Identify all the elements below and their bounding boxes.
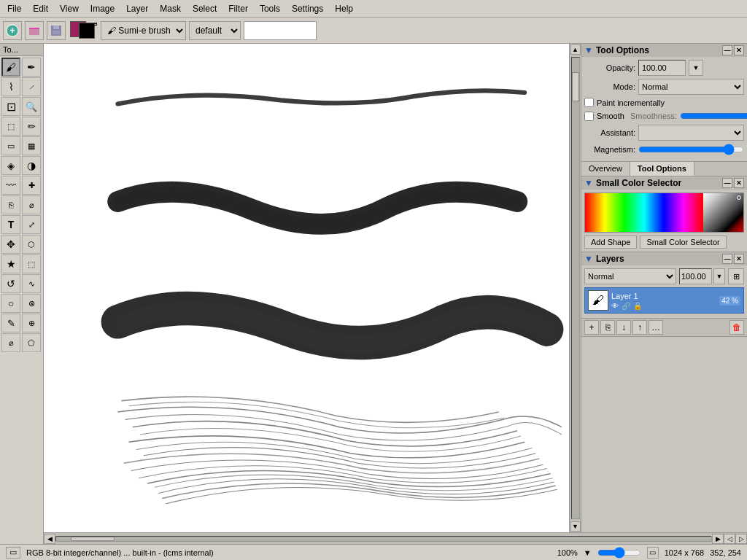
magnetism-slider[interactable] bbox=[638, 144, 744, 155]
heal-tool[interactable]: ✚ bbox=[22, 176, 41, 195]
warp-tool[interactable]: ∿ bbox=[22, 274, 41, 293]
rainbow-gradient[interactable] bbox=[585, 193, 703, 232]
clone-tool[interactable]: ⎘ bbox=[1, 195, 20, 214]
color-selector-close[interactable]: ✕ bbox=[734, 178, 744, 188]
paint-bucket-tool[interactable]: ◈ bbox=[1, 156, 20, 175]
foreground-select-tool[interactable]: ⊕ bbox=[22, 314, 41, 332]
menu-mask[interactable]: Mask bbox=[155, 2, 185, 15]
smooth-checkbox[interactable] bbox=[584, 112, 594, 121]
star-tool[interactable]: ★ bbox=[1, 254, 20, 273]
paint-brush-tool[interactable]: 🖌 bbox=[1, 58, 20, 77]
more-options-button[interactable]: … bbox=[649, 320, 663, 335]
vscroll-track[interactable] bbox=[571, 57, 580, 519]
dark-gradient[interactable] bbox=[703, 193, 743, 232]
rotate-tool[interactable]: ↺ bbox=[1, 274, 20, 293]
move-layer-up-button[interactable]: ↑ bbox=[632, 320, 647, 335]
move-tool[interactable]: ✥ bbox=[1, 235, 20, 254]
layers-close[interactable]: ✕ bbox=[734, 254, 744, 264]
scroll-corner-v[interactable]: ▷ bbox=[735, 534, 747, 544]
vscroll-thumb[interactable] bbox=[572, 72, 579, 101]
text-tool[interactable]: T bbox=[1, 215, 20, 234]
zoom-slider[interactable] bbox=[597, 547, 641, 559]
menu-tools[interactable]: Tools bbox=[255, 2, 285, 15]
layers-header[interactable]: ▼ Layers — ✕ bbox=[581, 252, 747, 265]
vector-tool[interactable]: ⬡ bbox=[22, 235, 41, 254]
freehand-select-tool[interactable]: ⌇ bbox=[1, 77, 20, 96]
eraser-tool[interactable]: ▭ bbox=[1, 136, 20, 155]
menu-filter[interactable]: Filter bbox=[224, 2, 252, 15]
tab-tool-options[interactable]: Tool Options bbox=[630, 162, 694, 176]
gradient-tool[interactable]: ▦ bbox=[22, 136, 41, 155]
menu-layer[interactable]: Layer bbox=[122, 2, 152, 15]
menu-view[interactable]: View bbox=[55, 2, 83, 15]
assistant-select[interactable] bbox=[638, 125, 744, 141]
new-button[interactable]: + bbox=[3, 21, 22, 40]
scroll-down-button[interactable]: ▼ bbox=[570, 521, 581, 532]
measure-tool[interactable]: ⌀ bbox=[22, 195, 41, 214]
menu-edit[interactable]: Edit bbox=[28, 2, 53, 15]
menu-select[interactable]: Select bbox=[188, 2, 221, 15]
dodge-burn-tool[interactable]: ◑ bbox=[22, 156, 41, 175]
ellipse-tool[interactable]: ○ bbox=[1, 294, 20, 313]
tool-options-close[interactable]: ✕ bbox=[734, 45, 744, 55]
brush-select[interactable]: 🖌 Sumi-e brush Basic brush Ink brush bbox=[101, 21, 186, 40]
move-layer-down-button[interactable]: ↓ bbox=[616, 320, 631, 335]
toolbox-header[interactable]: To... bbox=[0, 44, 43, 56]
hscroll-track[interactable] bbox=[55, 536, 712, 542]
zoom-tool[interactable]: 🔍 bbox=[22, 97, 41, 116]
mode-select[interactable]: Normal Multiply Screen Overlay bbox=[638, 79, 744, 95]
color-picker-tool[interactable]: ⬚ bbox=[1, 117, 20, 136]
calligraphy-tool[interactable]: ✒ bbox=[22, 58, 41, 77]
pencil-tool[interactable]: ✏ bbox=[22, 117, 41, 136]
tab-overview[interactable]: Overview bbox=[581, 162, 630, 176]
color-selector-header[interactable]: ▼ Small Color Selector — ✕ bbox=[581, 176, 747, 190]
color-selector-pin[interactable]: — bbox=[722, 178, 732, 188]
color-mode-icon[interactable]: ▭ bbox=[647, 547, 659, 559]
perspective-tool[interactable]: ⬠ bbox=[22, 333, 41, 352]
layer-item[interactable]: 🖌 Layer 1 👁 🔗 🔒 42 % bbox=[584, 287, 744, 314]
path-select-tool[interactable]: ⟋ bbox=[22, 77, 41, 96]
layers-pin[interactable]: — bbox=[722, 254, 732, 264]
layer-grid-button[interactable]: ⊞ bbox=[728, 268, 744, 284]
magnetic-select-tool[interactable]: ⊗ bbox=[22, 294, 41, 313]
search-input[interactable] bbox=[244, 21, 317, 40]
menu-file[interactable]: File bbox=[3, 2, 26, 15]
menu-help[interactable]: Help bbox=[330, 2, 357, 15]
contiguous-select-tool[interactable]: ⬚ bbox=[22, 254, 41, 273]
color-swatch[interactable]: ⇄ bbox=[69, 20, 98, 41]
small-color-selector-button[interactable]: Small Color Selector bbox=[640, 236, 726, 249]
menu-image[interactable]: Image bbox=[86, 2, 119, 15]
hscroll-thumb[interactable] bbox=[71, 537, 115, 541]
smudge-tool[interactable]: 〰 bbox=[1, 176, 20, 195]
tool-options-header[interactable]: ▼ Tool Options — ✕ bbox=[581, 44, 747, 57]
scroll-right-button[interactable]: ▶ bbox=[712, 534, 724, 544]
tool-options-pin[interactable]: — bbox=[722, 45, 732, 55]
opacity-input[interactable]: 100.00 bbox=[638, 60, 686, 76]
color-gradient[interactable] bbox=[584, 192, 744, 233]
layer-mode-select[interactable]: Normal Multiply Screen bbox=[584, 268, 676, 284]
scroll-up-button[interactable]: ▲ bbox=[570, 44, 581, 55]
layer-opacity-input[interactable]: 100.00 bbox=[679, 268, 712, 284]
smoothness-slider[interactable] bbox=[680, 110, 747, 122]
open-button[interactable] bbox=[25, 21, 44, 40]
scroll-left-button[interactable]: ◀ bbox=[44, 534, 55, 544]
delete-layer-button[interactable]: 🗑 bbox=[729, 320, 744, 335]
opacity-dropdown[interactable]: ▼ bbox=[689, 60, 703, 76]
scroll-corner-h[interactable]: ◁ bbox=[724, 534, 735, 544]
script-tool[interactable]: ⌀ bbox=[1, 333, 20, 352]
save-button[interactable] bbox=[47, 21, 66, 40]
duplicate-layer-button[interactable]: ⎘ bbox=[600, 320, 615, 335]
canvas-viewport[interactable] bbox=[44, 44, 569, 532]
crop-tool[interactable]: ⊡ bbox=[1, 97, 20, 116]
paint-incrementally-checkbox[interactable] bbox=[584, 98, 594, 107]
add-layer-button[interactable]: + bbox=[584, 320, 599, 335]
swap-colors-icon[interactable]: ⇄ bbox=[92, 20, 98, 28]
add-shape-button[interactable]: Add Shape bbox=[584, 236, 637, 249]
bezier-tool[interactable]: ✎ bbox=[1, 314, 20, 332]
zoom-dropdown[interactable]: ▼ bbox=[584, 548, 592, 557]
canvas-background[interactable] bbox=[44, 44, 569, 532]
layer-opacity-dropdown[interactable]: ▼ bbox=[713, 268, 725, 284]
statusbar-icon[interactable]: ▭ bbox=[6, 547, 20, 559]
transform-tool[interactable]: ⤢ bbox=[22, 215, 41, 234]
menu-settings[interactable]: Settings bbox=[287, 2, 328, 15]
